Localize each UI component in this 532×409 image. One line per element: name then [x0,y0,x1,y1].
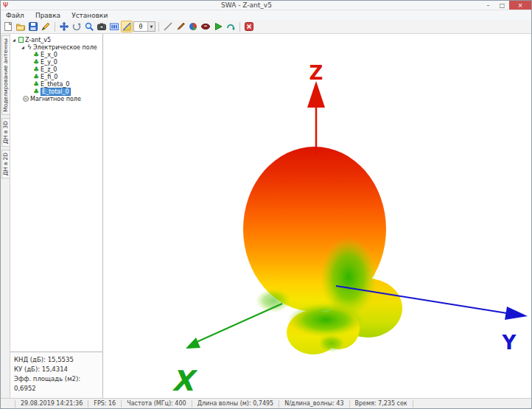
play-icon [213,21,223,32]
y-axis-arrowhead [505,307,528,320]
field-tree: ◢ Z-ant_v5 ◢ ϟ Электрическое поле ♣ E_x_… [10,34,102,352]
result-knd: КНД (дБ): 15,5535 [14,355,99,365]
tab-pattern-2d[interactable]: ДН в 2D [1,150,10,178]
x-axis: X [172,304,282,397]
app-window: Ψ SWA - Z-ant_v5 – □ × Файл Правка Устан… [0,0,532,409]
z-axis-label: Z [309,62,323,84]
lightning-icon: ϟ [27,44,32,50]
pattern-3d-view[interactable]: Z X Y [103,34,531,398]
tab-antenna-modeling[interactable]: Моделирование антенны [1,35,10,115]
image-view-icon [109,21,119,32]
image-view-button[interactable] [108,21,120,32]
line-tool-button[interactable] [162,21,174,32]
x-axis-arrowhead [186,338,200,349]
draw-pencil-icon [175,21,186,32]
new-document-button[interactable] [2,21,14,32]
tree-item-ex0[interactable]: ♣ E_x_0 [11,51,102,58]
status-datetime: 29.08.2019 14:21:36 [15,400,88,408]
torus-view-button[interactable] [200,21,211,32]
project-icon [18,37,24,43]
save-icon [28,21,38,32]
result-ku: КУ (дБ): 15,4314 [14,365,99,374]
run-button[interactable] [212,21,224,32]
refresh-button[interactable] [225,21,237,32]
main-area: Моделирование антенны ДН в 3D ДН в 2D ◢ … [1,34,531,398]
rotate-icon [71,21,82,32]
draw-pencil-button[interactable] [175,21,186,32]
axis-select-value: θ [134,24,147,30]
axes-tool-icon [122,21,132,32]
tree-magnetic-label: Магнитное поле [30,96,81,102]
new-document-icon [3,21,13,32]
tree-item-label: E_x_0 [41,52,57,58]
tree-item-label: E_theta_0 [41,81,69,88]
menu-file[interactable]: Файл [4,12,26,19]
field-item-icon: ♣ [33,74,39,80]
move-button[interactable] [58,21,70,32]
tab-pattern-3d[interactable]: ДН в 3D [1,118,10,147]
magnetic-field-icon: H [23,96,29,102]
save-button[interactable] [27,21,39,32]
camera-icon [97,21,107,32]
open-folder-button[interactable] [15,21,27,32]
expander-icon[interactable]: ◢ [21,45,26,49]
camera-button[interactable] [96,21,108,32]
tree-magnetic-row[interactable]: H Магнитное поле [11,95,102,102]
sphere-view-button[interactable] [187,21,199,32]
y-axis-label: Y [502,332,517,354]
expander-icon[interactable]: ◢ [13,38,17,42]
zoom-button[interactable] [83,21,95,32]
stop-button[interactable] [243,21,255,32]
z-axis-arrowhead [307,81,325,108]
tree-item-label: E_fi_0 [41,74,57,80]
tree-item-ez0[interactable]: ♣ E_z_0 [11,66,102,73]
move-icon [59,21,69,32]
edit-pencil-icon [41,21,51,32]
status-frequency: Частота (МГц): 400 [122,400,192,408]
menu-bar: Файл Правка Установки [1,10,531,20]
status-wavelength: Длина волны (м): 0,7495 [192,400,280,408]
results-panel: КНД (дБ): 15,5535 КУ (дБ): 15,4314 Эфф. … [10,352,102,398]
radiation-pattern-plot: Z X Y [103,34,531,398]
app-icon: Ψ [3,2,12,9]
rotate-button[interactable] [71,21,83,32]
edit-pencil-button[interactable] [40,21,52,32]
tree-electric-row[interactable]: ◢ ϟ Электрическое поле [11,43,102,51]
field-item-icon: ♣ [33,88,39,94]
axes-tool-button[interactable] [121,21,133,32]
left-panel: ◢ Z-ant_v5 ◢ ϟ Электрическое поле ♣ E_x_… [10,34,103,398]
tree-root-label: Z-ant_v5 [25,37,51,43]
tree-root-row[interactable]: ◢ Z-ant_v5 [11,36,102,43]
toolbar-separator [158,22,159,32]
result-eff-area: Эфф. площадь (м2): 0,6952 [14,374,99,394]
status-fps: FPS: 16 [88,400,122,408]
field-item-icon: ♣ [33,66,39,72]
axis-select-dropdown[interactable]: θ ▼ [133,21,155,32]
tree-item-etheta0[interactable]: ♣ E_theta_0 [11,80,102,88]
tree-item-label: E_total_0 [41,88,70,96]
menu-edit[interactable]: Правка [34,12,62,19]
title-bar: Ψ SWA - Z-ant_v5 – □ × [1,1,531,10]
left-tab-strip: Моделирование антенны ДН в 3D ДН в 2D [1,34,10,398]
minimize-button[interactable]: – [481,1,495,10]
tree-item-etotal0-selected[interactable]: ♣ E_total_0 [11,88,102,95]
toolbar-separator [239,22,240,32]
torus-icon [200,21,211,32]
status-bar: 29.08.2019 14:21:36 FPS: 16 Частота (МГц… [1,398,531,408]
tree-item-ey0[interactable]: ♣ E_y_0 [11,58,102,66]
tree-item-label: E_z_0 [41,66,57,73]
status-n-per-wavelength: N/длина_волны: 43 [279,400,349,408]
field-item-icon: ♣ [33,52,39,57]
open-folder-icon [15,21,26,32]
status-spacer [1,400,15,408]
status-time: Время: 7,235 сек [350,400,413,408]
toolbar-separator [55,22,55,32]
tree-item-efi0[interactable]: ♣ E_fi_0 [11,73,102,80]
menu-settings[interactable]: Установки [70,12,109,19]
refresh-icon [225,21,236,32]
tree-electric-label: Электрическое поле [33,44,97,51]
line-tool-icon [163,21,173,32]
close-button[interactable]: × [509,1,531,10]
field-item-icon: ♣ [33,59,39,65]
maximize-button[interactable]: □ [495,1,509,10]
